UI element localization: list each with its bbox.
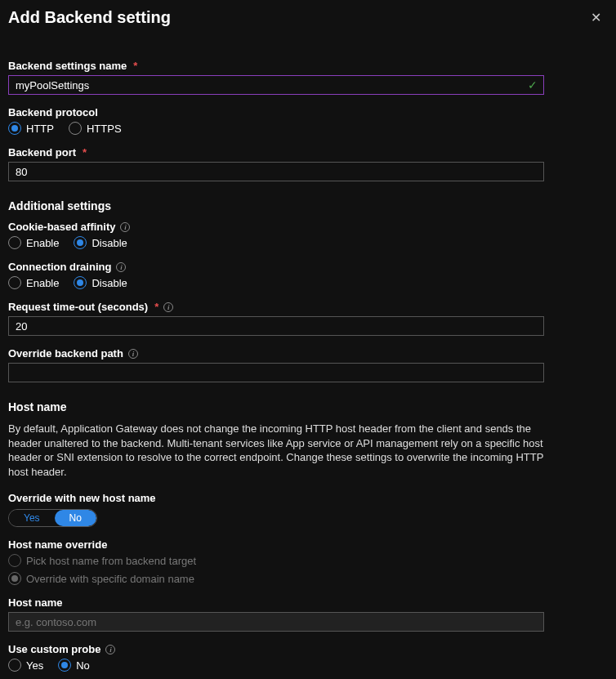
cookie-affinity-label: Cookie-based affinity i	[8, 221, 608, 233]
info-icon[interactable]: i	[128, 349, 138, 359]
close-icon[interactable]: ✕	[587, 8, 605, 27]
connection-draining-label: Connection draining i	[8, 261, 608, 273]
radio-probe-no[interactable]: No	[58, 659, 90, 672]
backend-port-label: Backend port*	[8, 146, 608, 159]
hostname-description: By default, Application Gateway does not…	[8, 422, 544, 479]
override-new-host-toggle: Yes No	[8, 509, 97, 527]
radio-cookie-disable[interactable]: Disable	[74, 236, 127, 249]
radio-cookie-enable[interactable]: Enable	[8, 236, 59, 249]
custom-probe-label: Use custom probe i	[8, 643, 608, 655]
info-icon[interactable]: i	[120, 222, 130, 232]
backend-port-input[interactable]	[8, 162, 544, 181]
override-backend-path-input[interactable]	[8, 363, 544, 382]
hostname-section-title: Host name	[8, 400, 608, 413]
request-timeout-label: Request time-out (seconds)* i	[8, 301, 608, 313]
info-icon[interactable]: i	[116, 262, 126, 272]
radio-https[interactable]: HTTPS	[69, 122, 122, 135]
override-backend-path-label: Override backend path i	[8, 347, 608, 360]
checkmark-icon: ✓	[528, 78, 538, 92]
radio-http[interactable]: HTTP	[8, 122, 54, 135]
radio-specific-host: Override with specific domain name	[8, 572, 608, 585]
radio-pick-host: Pick host name from backend target	[8, 554, 608, 567]
info-icon[interactable]: i	[105, 645, 115, 654]
toggle-no[interactable]: No	[55, 510, 96, 526]
backend-protocol-label: Backend protocol	[8, 106, 608, 118]
additional-settings-title: Additional settings	[8, 199, 608, 212]
info-icon[interactable]: i	[163, 302, 173, 312]
override-new-host-label: Override with new host name	[8, 492, 608, 504]
backend-settings-name-label: Backend settings name*	[8, 60, 608, 72]
radio-probe-yes[interactable]: Yes	[8, 659, 43, 672]
host-name-input	[8, 612, 544, 632]
radio-drain-enable[interactable]: Enable	[8, 276, 59, 289]
toggle-yes[interactable]: Yes	[9, 510, 55, 526]
page-title: Add Backend setting	[8, 8, 171, 27]
radio-drain-disable[interactable]: Disable	[74, 276, 127, 289]
backend-settings-name-input[interactable]	[8, 75, 544, 95]
request-timeout-input[interactable]	[8, 316, 544, 336]
host-name-override-label: Host name override	[8, 538, 608, 551]
host-name-label: Host name	[8, 596, 608, 609]
